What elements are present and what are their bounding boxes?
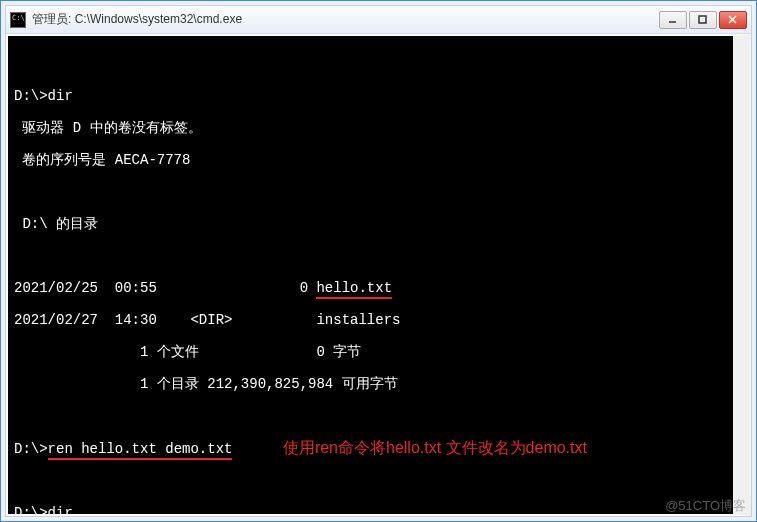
highlighted-command: ren hello.txt demo.txt <box>48 441 233 460</box>
terminal-line: D:\>dir <box>14 88 727 104</box>
terminal-line: 2021/02/27 14:30 <DIR> installers <box>14 312 727 328</box>
terminal-line: 2021/02/25 00:55 0 hello.txt <box>14 280 727 296</box>
terminal-line <box>14 56 727 72</box>
maximize-button[interactable] <box>689 11 717 29</box>
terminal-line: D:\>ren hello.txt demo.txt 使用ren命令将hello… <box>14 440 727 457</box>
terminal-line: 驱动器 D 中的卷没有标签。 <box>14 120 727 136</box>
window-title: 管理员: C:\Windows\system32\cmd.exe <box>32 11 657 28</box>
terminal-line: 1 个目录 212,390,825,984 可用字节 <box>14 376 727 392</box>
terminal-line: 1 个文件 0 字节 <box>14 344 727 360</box>
cmd-window: 管理员: C:\Windows\system32\cmd.exe D:\>dir… <box>5 5 752 517</box>
svg-rect-1 <box>699 16 706 23</box>
terminal-line <box>14 408 727 424</box>
highlighted-filename: hello.txt <box>316 280 392 299</box>
terminal-line <box>14 184 727 200</box>
titlebar[interactable]: 管理员: C:\Windows\system32\cmd.exe <box>6 6 751 34</box>
terminal-line <box>14 473 727 489</box>
watermark-text: @51CTO博客 <box>665 497 746 515</box>
minimize-button[interactable] <box>659 11 687 29</box>
vertical-scrollbar[interactable]: ▲ ▼ <box>735 36 751 514</box>
terminal-line: D:\>dir <box>14 505 727 516</box>
cmd-icon <box>10 12 26 28</box>
terminal-area[interactable]: D:\>dir 驱动器 D 中的卷没有标签。 卷的序列号是 AECA-7778 … <box>6 34 751 516</box>
terminal-line: 卷的序列号是 AECA-7778 <box>14 152 727 168</box>
terminal-line: D:\ 的目录 <box>14 216 727 232</box>
close-button[interactable] <box>719 11 747 29</box>
window-controls <box>657 11 747 29</box>
annotation-text: 使用ren命令将hello.txt 文件改名为demo.txt <box>283 439 587 456</box>
terminal-line <box>14 248 727 264</box>
scroll-up-button[interactable]: ▲ <box>735 68 751 84</box>
